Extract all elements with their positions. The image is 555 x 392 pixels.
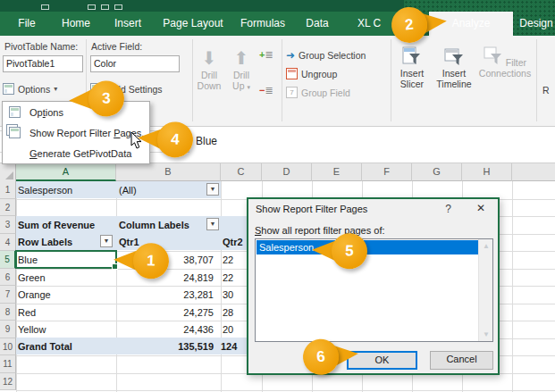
row-header-3[interactable]: 3: [0, 216, 16, 234]
drill-down-arrow-icon: ⬇: [193, 46, 225, 70]
help-icon[interactable]: ?: [445, 203, 451, 215]
cell-c4[interactable]: Qtr2: [223, 236, 243, 248]
selected-cell-outline[interactable]: [15, 250, 117, 269]
cell-c10[interactable]: 124: [221, 340, 237, 353]
row-labels-dropdown-button[interactable]: ▼: [100, 235, 113, 247]
cell-b10[interactable]: 135,519: [116, 340, 217, 353]
qat-custom-icon[interactable]: [114, 4, 122, 10]
scroll-up-icon[interactable]: ▲: [479, 239, 493, 253]
pivot-qtr2-value[interactable]: 30: [223, 288, 233, 301]
filter-fields-listbox[interactable]: Salesperson ▲ ▼: [255, 238, 493, 342]
gridline: [16, 390, 555, 391]
excel-window: File Home Insert Page Layout Formulas Da…: [0, 0, 555, 392]
column-header-d[interactable]: D: [262, 163, 312, 181]
cell-a4[interactable]: Row Labels: [18, 236, 72, 248]
insert-slicer-button[interactable]: InsertSlicer: [393, 46, 431, 89]
tab-insert[interactable]: Insert: [107, 12, 148, 36]
select-all-button[interactable]: [0, 163, 16, 181]
row-header-10[interactable]: 10: [0, 338, 16, 356]
row-header-5[interactable]: 5: [0, 251, 16, 269]
pivot-row-label[interactable]: Yellow: [18, 323, 46, 336]
column-header-b[interactable]: B: [116, 163, 221, 181]
formula-bar-value[interactable]: Blue: [196, 135, 217, 147]
pivot-qtr2-value[interactable]: 28: [223, 306, 233, 319]
callout-pin-5: 5: [311, 231, 371, 271]
pivot-row-label[interactable]: Red: [18, 306, 36, 319]
pivot-qtr2-value[interactable]: 22: [223, 254, 233, 266]
gridline: [116, 181, 117, 392]
group-selection-button[interactable]: ➜ Group Selection: [286, 46, 366, 63]
tab-page-layout[interactable]: Page Layout: [159, 12, 227, 36]
column-header-h[interactable]: H: [462, 163, 512, 181]
pivottable-options-icon: [3, 83, 14, 95]
pivot-qtr2-value[interactable]: 20: [223, 323, 233, 336]
report-filter-dropdown-button[interactable]: ▼: [206, 183, 219, 196]
row-header-8[interactable]: 8: [0, 304, 16, 321]
tab-data[interactable]: Data: [299, 12, 336, 36]
cell-b1[interactable]: (All): [119, 184, 137, 196]
group-field-button[interactable]: 7 Group Field: [286, 84, 350, 101]
report-filter-pages-menu-icon: [9, 127, 21, 138]
close-icon[interactable]: ✕: [476, 202, 485, 214]
filter-connections-button[interactable]: FilterConnections: [477, 46, 533, 79]
expand-field-button[interactable]: +≣: [259, 50, 273, 60]
callout-pin-3: 3: [68, 79, 129, 119]
scroll-down-icon[interactable]: ▼: [479, 328, 493, 341]
row-header-2[interactable]: 2: [0, 199, 16, 217]
callout-pin-1: 1: [113, 241, 172, 280]
row-header-7[interactable]: 7: [0, 286, 16, 304]
pivot-row-label[interactable]: Green: [18, 271, 46, 284]
show-report-filter-pages-dialog: Show Report Filter Pages ? ✕ Show all re…: [247, 197, 500, 375]
gridline: [16, 181, 17, 392]
cell-a3[interactable]: Sum of Revenue: [18, 219, 95, 231]
column-labels-dropdown-button[interactable]: ▼: [206, 218, 219, 230]
options-split-button[interactable]: Options ▾: [3, 80, 57, 97]
pivot-row-label[interactable]: Orange: [18, 288, 51, 301]
column-header-e[interactable]: E: [312, 163, 362, 181]
dialog-title: Show Report Filter Pages: [256, 204, 367, 214]
column-header-g[interactable]: G: [412, 163, 462, 181]
callout-pin-6: 6: [298, 335, 359, 378]
collapse-field-button[interactable]: −≣: [259, 86, 273, 96]
group-field-icon: 7: [286, 87, 298, 98]
drill-up-arrow-icon: ⬆: [225, 46, 257, 70]
listbox-scrollbar[interactable]: ▲ ▼: [478, 239, 492, 341]
column-header-c[interactable]: C: [221, 163, 262, 181]
gridline: [512, 181, 513, 392]
row-header-6[interactable]: 6: [0, 269, 16, 287]
cell-a10[interactable]: Grand Total: [18, 340, 72, 353]
tab-design[interactable]: Design: [517, 12, 555, 36]
tab-home[interactable]: Home: [55, 12, 97, 36]
cell-b3[interactable]: Column Labels: [119, 219, 189, 231]
column-header-f[interactable]: F: [362, 163, 412, 181]
group-selection-arrow-icon: ➜: [286, 49, 295, 62]
pivot-qtr1-value[interactable]: 24,275: [116, 306, 217, 319]
column-header-a[interactable]: A: [16, 163, 116, 181]
refresh-button-partial[interactable]: R: [542, 85, 550, 96]
row-header-9[interactable]: 9: [0, 321, 16, 338]
row-header-4[interactable]: 4: [0, 234, 16, 252]
drill-up-button[interactable]: ⬆ Drill Up ▾: [225, 46, 257, 93]
menu-item-show-report-filter-pages[interactable]: Show Report Filter Pages...: [3, 123, 149, 144]
pivottable-name-input[interactable]: PivotTable1: [3, 55, 83, 72]
tab-formulas[interactable]: Formulas: [236, 12, 290, 36]
insert-timeline-button[interactable]: InsertTimeline: [433, 46, 475, 89]
pivot-qtr1-value[interactable]: 24,436: [116, 323, 217, 336]
pivot-qtr1-value[interactable]: 23,281: [116, 288, 217, 301]
active-field-label: Active Field:: [91, 41, 142, 52]
row-header-11[interactable]: 11: [0, 355, 16, 373]
cancel-button[interactable]: Cancel: [430, 351, 493, 370]
active-field-input[interactable]: Color: [90, 55, 180, 72]
menu-item-generate-getpivotdata[interactable]: Generate GetPivotData: [3, 144, 149, 164]
ungroup-icon: [286, 68, 298, 79]
ungroup-button[interactable]: Ungroup: [286, 65, 337, 82]
qat-redo-icon[interactable]: [101, 4, 109, 10]
cell-a1[interactable]: Salesperson: [18, 184, 72, 196]
qat-save-icon[interactable]: [41, 4, 49, 10]
tab-file[interactable]: File: [7, 12, 46, 36]
drill-down-button[interactable]: ⬇ Drill Down: [193, 46, 225, 91]
row-header-1[interactable]: 1: [0, 181, 16, 199]
row-header-12[interactable]: 12: [0, 373, 16, 391]
qat-undo-icon[interactable]: [88, 4, 96, 10]
pivot-qtr2-value[interactable]: 22: [223, 271, 233, 284]
